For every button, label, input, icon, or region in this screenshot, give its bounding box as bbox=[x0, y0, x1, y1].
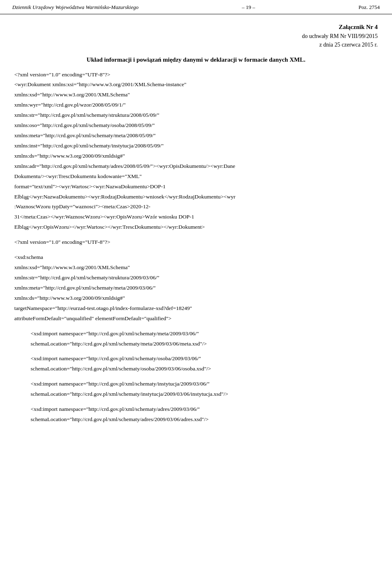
xml-section1: <?xml version="1.0" encoding="UTF-8"?> <… bbox=[14, 71, 378, 232]
xml-line-13: Elbląg</wyr:NazwaDokumentu><wyr:RodzajDo… bbox=[14, 193, 378, 201]
xml-line-12: format="text/xml"><wyr:Wartosc><wyr:Nazw… bbox=[14, 183, 378, 191]
xsd-xmlns: xmlns:xsd="http://www.w3.org/2001/XMLSch… bbox=[14, 263, 378, 272]
page: Dziennik Urzędowy Województwa Warmińsko-… bbox=[0, 0, 392, 573]
main-title: Układ informacji i powiązań między danym… bbox=[14, 56, 378, 63]
xml-section2-declaration: <?xml version="1.0" encoding="UTF-8"?> bbox=[14, 238, 378, 247]
xml-line-2: <wyr:Dokument xmlns:xsi="http://www.w3.o… bbox=[14, 80, 378, 89]
page-content: Załącznik Nr 4 do uchwały RM Nr VIII/99/… bbox=[0, 14, 392, 435]
annex-title: Załącznik Nr 4 bbox=[14, 22, 378, 32]
xsd-schema-open: <xsd:schema bbox=[14, 253, 378, 262]
xml2-declaration: <?xml version="1.0" encoding="UTF-8"?> bbox=[14, 238, 378, 247]
xsd-form-defaults: attributeFormDefault="unqualified" eleme… bbox=[14, 314, 378, 323]
xml-line-1: <?xml version="1.0" encoding="UTF-8"?> bbox=[14, 71, 378, 79]
xml-line-10: xmlns:adr="http://crd.gov.pl/xml/schemat… bbox=[14, 162, 378, 171]
annex-block: Załącznik Nr 4 do uchwały RM Nr VIII/99/… bbox=[14, 22, 378, 49]
xml-line-14: :WaznoscWzoru typDaty="waznosci"><meta:C… bbox=[14, 203, 378, 211]
xsd-import-osoba-schema: schemaLocation="http://crd.gov.pl/xml/sc… bbox=[31, 365, 378, 373]
xsd-import-instytucja: <xsd:import namespace="http://crd.gov.pl… bbox=[14, 380, 378, 399]
xsd-import-adres: <xsd:import namespace="http://crd.gov.pl… bbox=[14, 405, 378, 424]
xsd-target-ns: targetNamespace="http://eurzad-test.otag… bbox=[14, 304, 378, 313]
xsd-import-meta-schema: schemaLocation="http://crd.gov.pl/xml/sc… bbox=[31, 340, 378, 348]
annex-line2: z dnia 25 czerwca 2015 r. bbox=[14, 40, 378, 49]
xml-line-5: xmlns:str="http://crd.gov.pl/xml/schemat… bbox=[14, 111, 378, 120]
xml-line-9: xmlns:ds="http://www.w3.org/2000/09/xmld… bbox=[14, 152, 378, 161]
header-position: Poz. 2754 bbox=[359, 4, 380, 11]
xml-line-4: xmlns:wyr="http://crd.gov.pl/wzor/2008/0… bbox=[14, 101, 378, 109]
xml-line-7: xmlns:meta="http://crd.gov.pl/xml/schema… bbox=[14, 132, 378, 140]
annex-line1: do uchwały RM Nr VIII/99/2015 bbox=[14, 32, 378, 40]
page-header: Dziennik Urzędowy Województwa Warmińsko-… bbox=[0, 0, 392, 14]
xml-line-8: xmlns:inst="http://crd.gov.pl/xml/schema… bbox=[14, 142, 378, 150]
xsd-import-inst-ns: <xsd:import namespace="http://crd.gov.pl… bbox=[31, 380, 378, 388]
xsd-import-inst-schema: schemaLocation="http://crd.gov.pl/xml/sc… bbox=[31, 390, 378, 399]
xsd-import-adres-ns: <xsd:import namespace="http://crd.gov.pl… bbox=[31, 405, 378, 414]
xsd-import-adres-schema: schemaLocation="http://crd.gov.pl/xml/sc… bbox=[31, 415, 378, 424]
xml-line-6: xmlns:oso="http://crd.gov.pl/xml/schemat… bbox=[14, 121, 378, 130]
header-journal-title: Dziennik Urzędowy Województwa Warmińsko-… bbox=[12, 4, 138, 11]
xsd-str: xmlns:str="http://crd.gov.pl/xml/schemat… bbox=[14, 274, 378, 282]
xsd-ds: xmlns:ds="http://www.w3.org/2000/09/xmld… bbox=[14, 294, 378, 303]
xml-schema-block: <xsd:schema xmlns:xsd="http://www.w3.org… bbox=[14, 253, 378, 323]
xsd-import-meta-ns: <xsd:import namespace="http://crd.gov.pl… bbox=[31, 330, 378, 338]
xsd-import-meta: <xsd:import namespace="http://crd.gov.pl… bbox=[14, 330, 378, 348]
xsd-import-osoba-ns: <xsd:import namespace="http://crd.gov.pl… bbox=[31, 355, 378, 363]
xsd-import-osoba: <xsd:import namespace="http://crd.gov.pl… bbox=[14, 355, 378, 373]
header-page-number: – 19 – bbox=[242, 4, 255, 11]
xml-line-11: Dokumentu/><wyr:TrescDokumentu kodowanie… bbox=[14, 172, 378, 181]
xml-line-15: 31</meta:Czas></wyr:WaznoscWzoru><wyr:Op… bbox=[14, 213, 378, 221]
xml-line-16: Elbląg</wyr:OpisWzoru></wyr:Wartosc></wy… bbox=[14, 223, 378, 232]
xml-line-3: xmlns:xsd="http://www.w3.org/2001/XMLSch… bbox=[14, 91, 378, 99]
xsd-meta: xmlns:meta="http://crd.gov.pl/xml/schema… bbox=[14, 284, 378, 292]
